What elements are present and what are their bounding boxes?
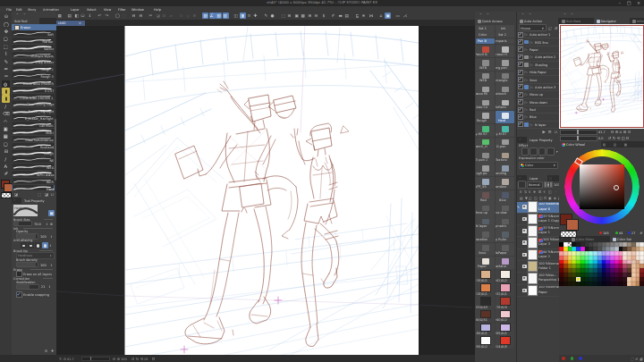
auto-action-soso[interactable]: ▷Soso <box>517 76 560 83</box>
subtool-item-multi[interactable]: Multi <box>12 129 56 136</box>
menu-file[interactable]: File <box>6 7 12 11</box>
layer-visibility-toggle[interactable] <box>522 229 527 233</box>
qa-item-rough[interactable]: Rough <box>476 111 496 123</box>
layer-cmd1-0-icon[interactable]: ⊼ <box>520 189 522 193</box>
effect-extract-icon[interactable] <box>538 147 547 156</box>
clear-icon[interactable]: ▱ <box>168 13 174 19</box>
qa-item-comparis[interactable]: Comparis <box>496 38 515 45</box>
layer-visibility-toggle[interactable] <box>522 240 527 245</box>
aa-play-icon[interactable]: ▶ <box>542 129 545 133</box>
qa-item-borg-pen[interactable]: Borg pen <box>496 58 515 71</box>
effect-border-icon[interactable] <box>521 147 530 156</box>
frame-icon[interactable]: ⊞ <box>287 13 293 19</box>
flip-view-icon[interactable]: ◨ <box>240 13 246 19</box>
tone-icon[interactable]: ▩ <box>301 13 307 19</box>
auto-action-red-line[interactable]: ▷RED line <box>517 38 560 46</box>
select-quick-icon[interactable]: ⬚ <box>280 13 286 19</box>
qa-item-hidepaper[interactable]: HidePaper <box>496 243 515 256</box>
auto-action-checkbox[interactable] <box>518 62 523 67</box>
ruler-tool[interactable]: ∕ <box>2 155 10 162</box>
auto-action-checkbox[interactable] <box>518 107 523 113</box>
clear-select-icon[interactable]: ⊘ <box>192 13 199 19</box>
auto-action-hide-paper[interactable]: ▷Hide Paper <box>517 69 560 76</box>
menu-animation[interactable]: Animation <box>43 7 59 11</box>
qa-item-rough-pe[interactable]: Rough pe <box>476 164 496 176</box>
object-tool[interactable]: ▢ <box>2 35 10 42</box>
qa-item-paper[interactable]: Paper <box>476 257 496 269</box>
tab-navigator[interactable]: Navigator <box>594 18 630 24</box>
stabilization-slider[interactable] <box>16 284 39 290</box>
brush-size-spinner-icon[interactable]: ⇕ <box>46 222 48 225</box>
move-tool[interactable]: ✥ <box>2 28 10 35</box>
layer-layer-2[interactable]: 44 %NormalLayer 2 <box>517 249 560 261</box>
pen-tool[interactable]: ✎ <box>2 57 10 64</box>
balloon-tool[interactable]: ✐ <box>2 170 10 177</box>
layer-cmd1-2-icon[interactable]: ⊻ <box>529 189 531 193</box>
anti-aliasing-option-0[interactable] <box>21 242 27 248</box>
nav-find-icon[interactable]: ⊙ <box>628 130 631 134</box>
frame-border-tool[interactable]: ⊞ <box>2 147 10 155</box>
layer-visibility-toggle[interactable] <box>522 276 527 281</box>
transparent-swatch[interactable] <box>1 192 12 198</box>
layer-folder-1[interactable]: 100 %NormalFolder 1 <box>517 261 560 273</box>
auto-action-checkbox[interactable] <box>518 46 523 52</box>
qa-item-texture[interactable]: Texture <box>496 150 515 163</box>
status-zoomin-icon[interactable]: ⊕ <box>117 357 121 361</box>
collapse-left2-icon[interactable]: ⌃ <box>23 13 27 17</box>
del-subtool-icon[interactable]: ⊔ <box>51 192 55 197</box>
print-icon[interactable]: ⊟ <box>131 13 138 19</box>
subtool-item-soft[interactable]: Soft <box>12 30 56 38</box>
auto-action-expand-icon[interactable]: ▷ <box>525 107 528 112</box>
ref-icon[interactable]: ▣ <box>385 13 391 19</box>
cs-blue-dot-icon[interactable] <box>579 357 582 360</box>
effect-more-icon[interactable]: ▾ <box>556 149 558 153</box>
auto-action-red[interactable]: ▷Red <box>517 106 560 114</box>
airbrush-tool[interactable]: ◍ <box>2 80 10 88</box>
subtool-item-harder[interactable]: Harder <box>12 38 56 45</box>
layer-cmd2-3-icon[interactable]: ◳ <box>534 196 538 199</box>
auto-action-checkbox[interactable] <box>518 114 523 120</box>
snap-special-icon[interactable]: ∠ <box>209 13 216 19</box>
subtool-item-clearsoftdistance[interactable]: ClearSoftDistance <box>12 136 56 143</box>
menu-story[interactable]: Story <box>28 7 36 11</box>
align2-icon[interactable]: ⋇ <box>361 13 368 19</box>
auto-action-expand-icon[interactable]: ▷ <box>525 78 528 82</box>
decoration2-tool[interactable]: ▮ <box>2 95 10 102</box>
qa-item-cy-hil-67[interactable]: Cy-Hil 67 <box>476 124 496 137</box>
auto-action-blue[interactable]: ▷Blue <box>517 114 560 121</box>
nav-fliph-icon[interactable]: ◫ <box>621 136 624 140</box>
blend-mode-select[interactable]: Normal▾ <box>527 181 543 189</box>
copy-subtool-icon[interactable]: ◪ <box>14 192 18 197</box>
qa-collapse2-icon[interactable]: ⌃ <box>487 13 490 17</box>
cs-red-dot-icon[interactable] <box>562 357 565 360</box>
tab-layer[interactable]: Layer <box>527 175 547 181</box>
auto-action-auto-action-2[interactable]: ▷Auto action 2 <box>517 54 560 61</box>
tab-sub-tool[interactable]: Sub Tool <box>12 18 39 24</box>
blend-tool[interactable]: ◠ <box>2 117 10 124</box>
aa-collapse-icon[interactable]: ⌃ <box>521 13 525 17</box>
fill-tool[interactable]: ▣ <box>2 125 10 132</box>
subtool-item-rough-3[interactable]: Rough 3 <box>12 72 56 80</box>
stabilization-spinner-icon[interactable]: ⇕ <box>48 285 51 289</box>
expression-color-select[interactable]: Color ▾ <box>519 162 558 169</box>
tab-color-wheel[interactable]: Color Wheel <box>559 141 601 147</box>
tab-quick-access[interactable]: Quick Access <box>475 18 520 24</box>
cut-icon[interactable]: ✂ <box>148 13 155 19</box>
line-tool[interactable]: / <box>2 103 10 110</box>
qa-item-lasso-fill[interactable]: Lasso fill <box>476 84 496 97</box>
aa-add-icon[interactable]: ⊞ <box>548 129 552 133</box>
qa-color-item[interactable]: R(255)G(2 <box>476 335 496 348</box>
qa-item-operation[interactable]: Operation <box>476 230 496 242</box>
deselect-icon[interactable]: ◯ <box>114 13 121 19</box>
menu-layer[interactable]: Layer <box>71 7 80 11</box>
dup-subtool-icon[interactable]: ◪ <box>44 192 47 197</box>
status-zoomout-icon[interactable]: ⊖ <box>113 357 116 361</box>
lasso-tool[interactable]: ⌇ <box>2 50 10 57</box>
subtool-item-rustland[interactable]: Rustland <box>12 143 56 150</box>
status-info-icon[interactable]: ① <box>59 357 63 361</box>
cs-green-dot-icon[interactable] <box>571 357 574 360</box>
auto-action-checkbox[interactable] <box>518 32 523 38</box>
qa-item-pen-b[interactable]: Pen B <box>476 38 496 45</box>
layer-cmd1-4-icon[interactable]: ⊞ <box>538 189 541 193</box>
layer-cmd2-5-icon[interactable]: ⊡ <box>544 196 547 199</box>
